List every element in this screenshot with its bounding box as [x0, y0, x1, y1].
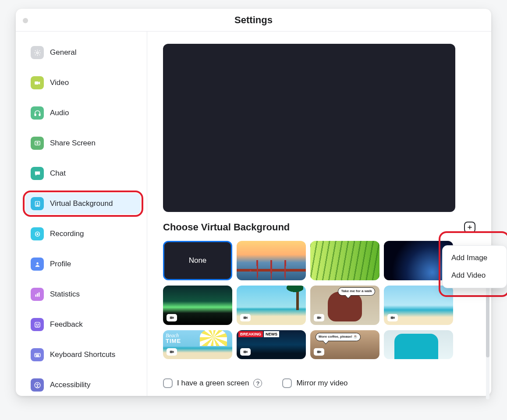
- svg-point-15: [38, 324, 38, 324]
- svg-point-8: [36, 233, 38, 235]
- background-cat[interactable]: [384, 330, 453, 359]
- sidebar-item-keyboard-shortcuts[interactable]: Keyboard Shortcuts: [25, 344, 141, 365]
- sidebar-item-accessibility[interactable]: Accessibility: [25, 374, 141, 395]
- sidebar-item-label: Keyboard Shortcuts: [50, 350, 115, 359]
- mirror-video-checkbox[interactable]: Mirror my video: [282, 378, 347, 388]
- svg-point-14: [36, 324, 36, 324]
- sidebar-item-feedback[interactable]: Feedback: [25, 314, 141, 335]
- sidebar-item-label: Profile: [50, 260, 71, 268]
- background-beach-time[interactable]: BeachTIME: [163, 330, 232, 359]
- green-screen-checkbox[interactable]: I have a green screen ?: [163, 378, 262, 388]
- video-badge-icon: [314, 314, 324, 321]
- svg-rect-1: [35, 81, 39, 84]
- sidebar-item-label: Audio: [50, 109, 69, 117]
- background-coffee[interactable]: More coffee, please! ☕: [310, 330, 379, 359]
- sidebar-item-label: Feedback: [50, 320, 83, 329]
- sidebar: General Video Audio Share Screen: [16, 32, 147, 396]
- sidebar-item-audio[interactable]: Audio: [25, 102, 141, 124]
- speech-bubble: Take me for a walk: [338, 287, 375, 296]
- svg-point-6: [36, 202, 38, 204]
- svg-point-9: [36, 262, 39, 265]
- svg-point-0: [36, 52, 38, 53]
- scrollbar[interactable]: [486, 286, 489, 399]
- video-badge-icon: [167, 348, 177, 356]
- svg-rect-13: [35, 322, 39, 327]
- background-bridge[interactable]: [237, 241, 306, 280]
- speech-bubble: More coffee, please! ☕: [316, 333, 361, 341]
- chat-icon: [31, 167, 44, 180]
- video-badge-icon: [240, 314, 251, 321]
- svg-rect-25: [317, 317, 320, 319]
- menu-add-video[interactable]: Add Video: [444, 267, 505, 284]
- add-background-dropdown: Add Image Add Video: [442, 245, 507, 288]
- help-icon[interactable]: ?: [253, 379, 262, 388]
- video-badge-icon: [167, 314, 177, 321]
- video-badge-icon: [240, 348, 251, 356]
- sidebar-item-label: Accessibility: [50, 381, 91, 389]
- svg-rect-10: [35, 294, 36, 296]
- beach-time-label: BeachTIME: [166, 333, 181, 344]
- keyboard-icon: [31, 348, 44, 361]
- svg-rect-20: [36, 355, 39, 356]
- camera-preview: [163, 44, 455, 212]
- titlebar: Settings: [16, 9, 491, 32]
- svg-point-19: [38, 354, 38, 355]
- sidebar-item-label: Chat: [50, 169, 66, 178]
- sidebar-item-label: Share Screen: [50, 139, 96, 148]
- content: General Video Audio Share Screen: [16, 32, 491, 396]
- menu-add-image[interactable]: Add Image: [444, 249, 505, 267]
- settings-window: Settings General Video Audio: [16, 9, 491, 396]
- screen-icon: [31, 137, 44, 150]
- footer-options: I have a green screen ? Mirror my video: [163, 378, 475, 388]
- svg-rect-3: [39, 113, 40, 115]
- smile-icon: [31, 318, 44, 331]
- portrait-icon: [31, 197, 44, 210]
- close-dot-icon[interactable]: [23, 18, 28, 23]
- sidebar-item-share-screen[interactable]: Share Screen: [25, 133, 141, 154]
- sidebar-item-chat[interactable]: Chat: [25, 163, 141, 184]
- sidebar-item-label: Recording: [50, 229, 84, 238]
- sidebar-item-label: Virtual Background: [50, 199, 113, 208]
- svg-point-22: [37, 383, 38, 384]
- video-badge-icon: [314, 348, 324, 356]
- sidebar-item-general[interactable]: General: [25, 42, 141, 63]
- window-title: Settings: [234, 14, 273, 26]
- background-grid: None Take me for a walk: [163, 241, 475, 370]
- background-aurora[interactable]: [163, 286, 232, 325]
- svg-point-18: [37, 354, 37, 355]
- sidebar-item-statistics[interactable]: Statistics: [25, 284, 141, 305]
- stats-icon: [31, 288, 44, 301]
- record-icon: [31, 227, 44, 240]
- sidebar-item-profile[interactable]: Profile: [25, 254, 141, 275]
- background-dog[interactable]: Take me for a walk: [310, 286, 379, 325]
- main-panel: Choose Virtual Background None: [147, 32, 491, 396]
- background-news[interactable]: BREAKINGNEWS: [237, 330, 306, 359]
- camera-icon: [31, 76, 44, 89]
- section-header: Choose Virtual Background: [163, 222, 475, 233]
- svg-rect-24: [243, 317, 246, 319]
- svg-rect-2: [35, 113, 36, 115]
- sidebar-item-recording[interactable]: Recording: [25, 223, 141, 244]
- background-island[interactable]: [384, 286, 453, 325]
- sidebar-item-label: Statistics: [50, 290, 80, 299]
- svg-rect-12: [38, 292, 39, 296]
- background-grass[interactable]: [310, 241, 379, 280]
- sidebar-item-label: Video: [50, 78, 69, 87]
- gear-icon: [31, 46, 44, 59]
- breaking-news-label: BREAKINGNEWS: [238, 332, 279, 336]
- sidebar-item-label: General: [50, 48, 76, 57]
- svg-rect-27: [170, 351, 173, 353]
- svg-rect-23: [170, 317, 173, 319]
- sidebar-item-video[interactable]: Video: [25, 72, 141, 93]
- add-background-button[interactable]: [464, 222, 475, 233]
- headphone-icon: [31, 106, 44, 120]
- person-icon: [31, 258, 44, 271]
- section-title: Choose Virtual Background: [163, 222, 290, 233]
- video-badge-icon: [387, 314, 398, 321]
- background-none[interactable]: None: [163, 241, 232, 280]
- sidebar-item-virtual-background[interactable]: Virtual Background: [25, 193, 141, 214]
- svg-point-17: [35, 354, 36, 355]
- background-palm[interactable]: [237, 286, 306, 325]
- svg-rect-28: [243, 351, 246, 353]
- svg-rect-29: [317, 351, 320, 353]
